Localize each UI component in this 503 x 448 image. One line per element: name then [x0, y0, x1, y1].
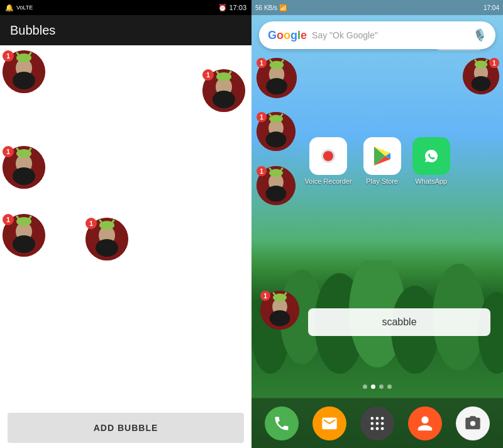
- scabble-widget[interactable]: scabble: [308, 308, 490, 336]
- whatsapp-app[interactable]: WhatsApp: [412, 137, 450, 185]
- whatsapp-label: WhatsApp: [415, 177, 447, 185]
- svg-point-26: [96, 239, 118, 257]
- left-status-bar: 🔔 VoLTE ⏰ 17:03: [0, 0, 252, 15]
- bubble-badge-2: 1: [202, 69, 214, 81]
- voice-recorder-icon: [309, 137, 347, 175]
- dot-2: [371, 384, 375, 389]
- whatsapp-icon: [412, 137, 450, 175]
- svg-point-74: [381, 417, 384, 420]
- google-search-bar[interactable]: Google Say "Ok Google" 🎙️: [259, 21, 495, 49]
- dot-1: [363, 384, 367, 389]
- svg-point-57: [472, 76, 491, 91]
- right-status-bar: 56 KB/s 📶 17:04: [252, 0, 503, 15]
- svg-point-77: [381, 422, 384, 425]
- svg-point-39: [266, 78, 287, 94]
- scabble-text: scabble: [382, 316, 416, 328]
- dot-3: [379, 384, 384, 389]
- play-store-icon: [363, 137, 401, 175]
- right-bubble-3[interactable]: 1: [257, 166, 296, 205]
- bottom-dock: [252, 398, 503, 448]
- play-store-label: Play Store: [366, 177, 398, 185]
- notification-icon: 🔔: [5, 4, 14, 12]
- bubble-badge-4: 1: [3, 214, 14, 225]
- svg-point-78: [371, 427, 374, 430]
- time-left: 17:03: [229, 4, 246, 11]
- dot-4: [387, 384, 392, 389]
- right-bubble-1[interactable]: 1: [257, 58, 297, 98]
- voip-indicator: VoLTE: [16, 4, 33, 11]
- left-status-left: 🔔 VoLTE: [5, 4, 33, 12]
- bubble-area: 1 1: [0, 45, 252, 408]
- right-status-right: 17:04: [484, 4, 499, 11]
- svg-point-8: [213, 91, 235, 108]
- play-store-app[interactable]: Play Store: [363, 137, 401, 185]
- svg-point-75: [371, 422, 374, 425]
- svg-point-63: [270, 310, 290, 327]
- bubble-badge-3: 1: [3, 146, 14, 157]
- bubble-badge-1: 1: [3, 50, 14, 62]
- right-bubble-2[interactable]: 1: [257, 112, 296, 151]
- svg-point-20: [13, 235, 35, 253]
- bubble-5[interactable]: 1: [86, 218, 128, 260]
- bubble-badge-5: 1: [86, 218, 97, 229]
- right-status-left: 56 KB/s 📶: [255, 4, 287, 11]
- bubble-2[interactable]: 1: [202, 69, 245, 112]
- speed-indicator: 56 KB/s: [255, 4, 277, 11]
- voice-recorder-app[interactable]: Voice Recorder: [304, 137, 351, 185]
- svg-point-72: [371, 417, 374, 420]
- left-panel: 🔔 VoLTE ⏰ 17:03 Bubbles 1: [0, 0, 252, 448]
- add-bubble-button[interactable]: ADD BUBBLE: [8, 413, 244, 443]
- svg-point-73: [376, 417, 379, 420]
- right-panel: 56 KB/s 📶 17:04 Google Say "Ok Google" 🎙…: [252, 0, 503, 448]
- svg-point-80: [381, 427, 384, 430]
- left-title-bar: Bubbles: [0, 15, 252, 45]
- dock-apps[interactable]: [360, 406, 394, 440]
- svg-point-45: [266, 132, 287, 148]
- right-bubble-badge-5: 1: [260, 291, 270, 301]
- svg-point-76: [376, 422, 379, 425]
- bubble-4[interactable]: 1: [3, 214, 45, 257]
- svg-point-2: [13, 72, 35, 89]
- time-right: 17:04: [484, 4, 499, 11]
- google-logo: Google: [268, 29, 307, 42]
- svg-point-79: [376, 427, 379, 430]
- alarm-icon: ⏰: [218, 4, 227, 12]
- svg-point-14: [13, 167, 35, 185]
- right-bubble-badge-2: 1: [257, 112, 267, 122]
- page-title: Bubbles: [10, 23, 55, 38]
- bubble-3[interactable]: 1: [3, 146, 45, 189]
- bubble-1[interactable]: 1: [3, 50, 45, 93]
- left-status-right: ⏰ 17:03: [218, 4, 246, 12]
- page-indicator: [252, 384, 503, 389]
- svg-point-51: [266, 186, 287, 202]
- dock-contacts[interactable]: [408, 406, 442, 440]
- right-bubble-badge-3: 1: [257, 166, 267, 176]
- google-search-input[interactable]: Say "Ok Google": [312, 30, 473, 40]
- dock-email[interactable]: [312, 406, 346, 440]
- right-bubble-5[interactable]: 1: [260, 291, 299, 330]
- right-bubble-4[interactable]: 1: [463, 58, 499, 94]
- dock-camera[interactable]: [456, 406, 490, 440]
- voice-recorder-label: Voice Recorder: [304, 177, 351, 185]
- right-bubble-badge-1: 1: [257, 58, 267, 68]
- mic-icon[interactable]: 🎙️: [473, 28, 487, 42]
- wifi-icon: 📶: [279, 4, 287, 11]
- right-bubble-badge-4: 1: [489, 58, 499, 68]
- dock-phone[interactable]: [265, 406, 299, 440]
